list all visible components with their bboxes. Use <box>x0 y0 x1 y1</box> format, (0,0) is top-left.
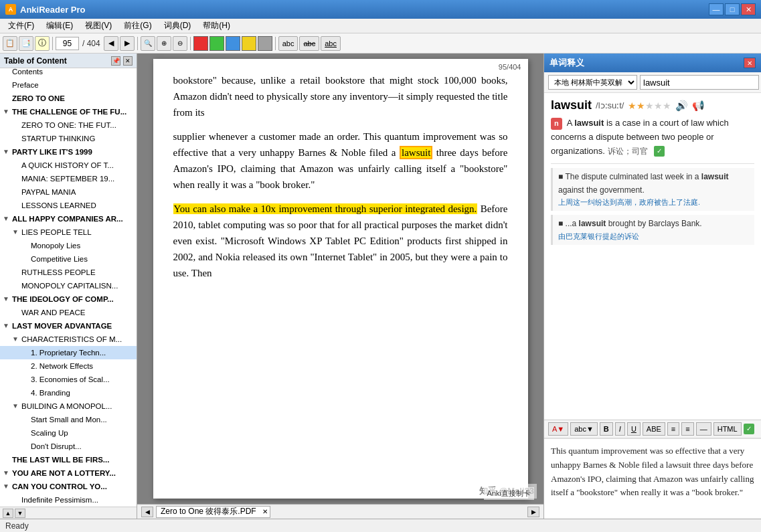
toc-item-27[interactable]: Scaling Up <box>0 426 137 440</box>
next-page-button[interactable]: ▶ <box>120 36 135 51</box>
toc-item-7[interactable]: A QUICK HISTORY OF T... <box>0 159 137 172</box>
toc-label-15: RUTHLESS PEOPLE <box>21 266 96 278</box>
pdf-filename-tab[interactable]: Zero to One 彼得泰乐.PDF ✕ <box>156 506 270 518</box>
toc-item-31[interactable]: ▼CAN YOU CONTROL YO... <box>0 480 137 493</box>
color-yellow[interactable] <box>242 36 256 51</box>
toc-item-23[interactable]: 3. Economies of Scal... <box>0 373 137 386</box>
menu-file[interactable]: 文件(F) <box>3 19 39 33</box>
toc-item-4[interactable]: ZERO TO ONE: THE FUT... <box>0 118 137 132</box>
toc-label-31: CAN YOU CONTROL YO... <box>12 480 107 493</box>
pdf-scroll-left[interactable]: ◀ <box>141 507 153 517</box>
pdf-scroll-right-btn[interactable]: ▶ <box>527 507 539 517</box>
color-red[interactable] <box>193 36 208 51</box>
edit-align-right[interactable]: ≡ <box>681 422 693 436</box>
dict-example-2-link[interactable]: 由巴克莱银行提起的诉讼 <box>558 232 639 240</box>
dict-edit-toolbar: A▼ abc▼ B I U ABE ≡ ≡ — HTML ✓ <box>544 420 761 438</box>
toc-item-9[interactable]: PAYPAL MANIA <box>0 185 137 199</box>
toc-item-22[interactable]: 2. Network Effects <box>0 359 137 373</box>
toc-item-29[interactable]: THE LAST WILL BE FIRS... <box>0 453 137 466</box>
toc-expand-3: ▼ <box>3 106 12 118</box>
toc-item-12[interactable]: ▼LIES PEOPLE TELL <box>0 226 137 239</box>
edit-html-btn[interactable]: HTML <box>713 422 742 436</box>
toc-item-3[interactable]: ▼THE CHALLENGE OF THE FU... <box>0 105 137 118</box>
toc-item-6[interactable]: ▼PARTY LIKE IT'S 1999 <box>0 145 137 159</box>
sidebar-pin-button[interactable]: 📌 <box>111 56 120 66</box>
dict-example-1-link[interactable]: 上周这一纠纷达到高潮，政府被告上了法庭. <box>558 198 700 206</box>
toc-item-20[interactable]: ▼CHARACTERISTICS OF M... <box>0 333 137 346</box>
page-input[interactable] <box>56 37 79 50</box>
minimize-button[interactable]: — <box>709 3 724 15</box>
toc-item-21[interactable]: 1. Proprietary Techn... <box>0 346 137 359</box>
menu-edit[interactable]: 编辑(E) <box>41 19 78 33</box>
menu-view[interactable]: 视图(V) <box>80 19 117 33</box>
sidebar-bottom: ▲ ▼ <box>0 507 137 519</box>
app-title: AnkiReader Pro <box>20 5 86 15</box>
prev-page-button[interactable]: ◀ <box>104 36 118 51</box>
toolbar-btn-2[interactable]: 📑 <box>19 36 33 51</box>
toc-item-19[interactable]: ▼LAST MOVER ADVANTAGE <box>0 319 137 333</box>
toolbar-btn-search3[interactable]: ⊖ <box>173 36 187 51</box>
toc-item-5[interactable]: STARTUP THINKING <box>0 132 137 145</box>
toc-item-8[interactable]: MANIA: SEPTEMBER 19... <box>0 172 137 185</box>
toolbar-btn-1[interactable]: 📋 <box>3 36 17 51</box>
color-green[interactable] <box>209 36 224 51</box>
sidebar-scroll-up[interactable]: ▲ <box>3 509 13 518</box>
abc-underline[interactable]: abc <box>321 36 341 51</box>
toc-label-17: THE IDEOLOGY OF COMP... <box>12 293 114 305</box>
toc-item-2[interactable]: ZERO TO ONE <box>0 92 137 105</box>
toc-item-13[interactable]: Monopoly Lies <box>0 239 137 252</box>
maximize-button[interactable]: □ <box>725 3 740 15</box>
dict-source-select[interactable]: 本地 柯林斯中英双解 <box>548 75 637 90</box>
edit-dash-btn[interactable]: — <box>696 422 711 436</box>
sidebar-scroll-down[interactable]: ▼ <box>15 509 25 518</box>
toc-item-17[interactable]: ▼THE IDEOLOGY OF COMP... <box>0 292 137 306</box>
edit-bold-btn[interactable]: B <box>600 422 613 436</box>
toolbar-btn-info[interactable]: ⓘ <box>35 36 50 51</box>
toc-item-0[interactable]: Contents <box>0 68 137 78</box>
menu-goto[interactable]: 前往(G) <box>118 19 157 33</box>
abc-normal[interactable]: abc <box>278 36 299 51</box>
check-icon[interactable]: ✓ <box>654 146 665 157</box>
toc-item-15[interactable]: RUTHLESS PEOPLE <box>0 266 137 279</box>
toc-item-32[interactable]: Indefinite Pessimism... <box>0 493 137 507</box>
edit-style-btn[interactable]: abc▼ <box>570 422 598 436</box>
edit-abe-btn[interactable]: ABE <box>643 422 665 436</box>
menu-help[interactable]: 帮助(H) <box>197 19 236 33</box>
toc-item-10[interactable]: LESSONS LEARNED <box>0 199 137 212</box>
dict-search-input[interactable] <box>640 75 759 90</box>
toc-label-5: STARTUP THINKING <box>21 132 95 145</box>
toc-item-30[interactable]: ▼YOU ARE NOT A LOTTERY... <box>0 466 137 480</box>
abc-strikethrough[interactable]: abc <box>299 36 319 51</box>
toc-expand-31: ▼ <box>3 480 12 493</box>
toc-item-26[interactable]: Start Small and Mon... <box>0 413 137 426</box>
toc-item-16[interactable]: MONOPOLY CAPITALISN... <box>0 279 137 292</box>
toolbar-btn-search2[interactable]: ⊕ <box>157 36 171 51</box>
edit-underline-btn[interactable]: U <box>627 422 641 436</box>
dict-edit-textarea[interactable]: This quantum improvement was so effectiv… <box>544 438 761 519</box>
color-gray[interactable] <box>258 36 272 51</box>
toc-item-24[interactable]: 4. Branding <box>0 386 137 400</box>
color-blue[interactable] <box>226 36 240 51</box>
toc-item-18[interactable]: WAR AND PEACE <box>0 306 137 319</box>
toc-item-1[interactable]: Preface <box>0 78 137 92</box>
menu-dict[interactable]: 词典(D) <box>159 19 197 33</box>
edit-align-left[interactable]: ≡ <box>667 422 679 436</box>
edit-confirm-icon[interactable]: ✓ <box>744 424 754 434</box>
audio-button-2[interactable]: 📢 <box>692 100 705 112</box>
audio-button-1[interactable]: 🔊 <box>675 100 688 112</box>
sidebar-scroll[interactable]: ContentsPrefaceZERO TO ONE▼THE CHALLENGE… <box>0 68 137 507</box>
sidebar-close-button[interactable]: ✕ <box>123 56 133 66</box>
toc-expand-25: ▼ <box>12 400 21 412</box>
sidebar: Table of Content 📌 ✕ ContentsPrefaceZERO… <box>0 54 137 519</box>
toolbar-btn-search1[interactable]: 🔍 <box>141 36 155 51</box>
toc-item-11[interactable]: ▼ALL HAPPY COMPANIES AR... <box>0 212 137 226</box>
word-lawsuit[interactable]: lawsuit <box>400 146 432 159</box>
dict-close-button[interactable]: ✕ <box>744 58 756 68</box>
toc-item-28[interactable]: Don't Disrupt... <box>0 440 137 453</box>
toc-item-25[interactable]: ▼BUILDING A MONOPOL... <box>0 400 137 413</box>
edit-font-btn[interactable]: A▼ <box>548 422 568 436</box>
toc-item-14[interactable]: Competitive Lies <box>0 252 137 266</box>
pdf-tab-close[interactable]: ✕ <box>262 508 268 515</box>
close-button[interactable]: ✕ <box>741 3 756 15</box>
edit-italic-btn[interactable]: I <box>615 422 625 436</box>
